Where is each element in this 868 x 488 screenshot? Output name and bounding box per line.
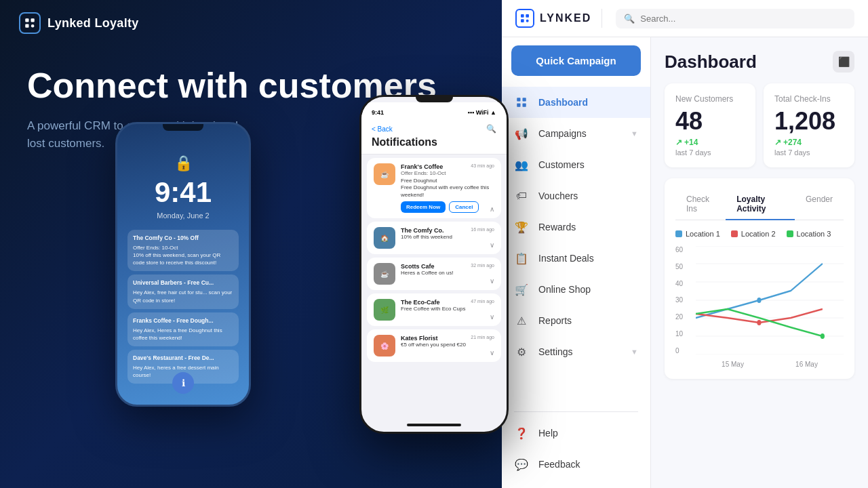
sidebar-label-reports: Reports	[538, 315, 638, 326]
left-brand-name: Lynked Loyalty	[47, 16, 139, 30]
trophy-icon: 🏆	[514, 220, 529, 235]
back-button[interactable]: < Back	[372, 125, 393, 133]
chevron-down-icon: ▼	[631, 129, 638, 138]
redeem-button[interactable]: Redeem Now	[401, 201, 446, 213]
svg-point-20	[757, 320, 761, 325]
sidebar-item-customers[interactable]: 👥 Customers	[502, 149, 650, 180]
sidebar-item-vouchers[interactable]: 🏷 Vouchers	[502, 180, 650, 211]
stat-value-new-customers: 48	[675, 109, 745, 134]
sidebar-item-campaigns[interactable]: 📢 Campaigns ▼	[502, 118, 650, 149]
expand-icon-scotts[interactable]: ∨	[490, 277, 494, 285]
people-icon: 👥	[514, 157, 529, 172]
sidebar-label-customers: Customers	[538, 159, 638, 170]
notif-desc-comfy: 10% off this weekend	[401, 234, 494, 241]
search-bar[interactable]: 🔍	[616, 9, 854, 28]
document-icon: 📋	[514, 251, 529, 266]
question-icon: ❓	[514, 426, 529, 441]
sidebar-item-online-shop[interactable]: 🛒 Online Shop	[502, 274, 650, 305]
notif-avatar-franks: ☕	[374, 163, 395, 185]
back-notif-3: Franks Coffee - Free Dough... Hey Alex, …	[127, 312, 239, 346]
stat-value-checkins: 1,208	[774, 109, 844, 134]
search-icon: 🔍	[624, 14, 635, 24]
expand-icon-kates[interactable]: ∨	[490, 349, 494, 357]
stat-card-checkins: Total Check-Ins 1,208 ↗ +274 last 7 days	[764, 83, 854, 167]
phone-back-notifications: The Comfy Co - 10% Off Offer Ends: 10-Oc…	[127, 230, 239, 384]
svg-rect-4	[521, 14, 524, 18]
sidebar-item-dashboard[interactable]: Dashboard	[502, 87, 650, 118]
dashboard-title: Dashboard	[665, 52, 757, 73]
phone-back-date: Monday, June 2	[127, 211, 239, 220]
notif-item-comfy: 🏠 The Comfy Co. 10% off this weekend 16 …	[367, 222, 501, 254]
phone-front-status: 9:41 ▪▪▪ WiFi ▲	[361, 102, 507, 120]
cancel-button[interactable]: Cancel	[449, 201, 479, 213]
back-notif-title-4: Dave's Restaurant - Free De...	[133, 354, 233, 363]
sidebar-label-dashboard: Dashboard	[538, 97, 638, 108]
phone-back-home-button: ℹ	[172, 372, 194, 394]
sidebar-item-settings[interactable]: ⚙ Settings ▼	[502, 336, 650, 367]
megaphone-icon: 📢	[514, 126, 529, 141]
sidebar-label-rewards: Rewards	[538, 222, 638, 232]
status-icons: ▪▪▪ WiFi ▲	[468, 109, 496, 116]
trend-up-icon: ↗	[675, 138, 682, 147]
legend-location2: Location 2	[731, 230, 776, 238]
nav-logo-box	[515, 9, 534, 28]
tab-loyalty-activity[interactable]: Loyalty Activity	[726, 189, 795, 220]
svg-rect-10	[517, 104, 520, 107]
back-notif-title-2: Universal Barbers - Free Cu...	[133, 279, 233, 287]
notif-avatar-comfy: 🏠	[374, 227, 395, 249]
chart-y-labels: 60 50 40 30 20 10 0	[675, 246, 683, 354]
stat-change-checkins: ↗ +274	[774, 138, 844, 147]
svg-point-3	[31, 24, 35, 28]
chart-area: 60 50 40 30 20 10 0	[675, 246, 844, 368]
sidebar-item-help[interactable]: ❓ Help	[502, 418, 650, 449]
y-label-20: 20	[675, 313, 683, 321]
sidebar-item-feedback[interactable]: 💬 Feedback	[502, 449, 650, 480]
stat-change-new-customers: ↗ +14	[675, 138, 745, 147]
notif-time-comfy: 16 min ago	[471, 227, 494, 232]
y-label-60: 60	[675, 246, 683, 253]
sidebar-label-help: Help	[538, 428, 638, 439]
tab-checkins[interactable]: Check Ins	[675, 189, 726, 220]
notif-content-franks: Frank's Coffee Offer Ends: 10-Oct Free D…	[401, 163, 494, 213]
x-label-15may: 15 May	[722, 361, 744, 368]
stat-period-new-customers: last 7 days	[675, 148, 745, 157]
phone-front-home-bar	[407, 424, 461, 426]
sidebar-item-instant-deals[interactable]: 📋 Instant Deals	[502, 243, 650, 274]
chart-x-labels: 15 May 16 May	[696, 361, 844, 368]
notif-avatar-eco: 🌿	[374, 299, 395, 321]
y-label-0: 0	[675, 347, 683, 354]
dashboard-export-icon[interactable]: ⬛	[833, 51, 854, 73]
sidebar-item-reports[interactable]: ⚠ Reports	[502, 305, 650, 336]
back-notif-desc-3: Hey Alex, Heres a free Doughnut this cof…	[133, 327, 233, 342]
dashboard-header: Dashboard ⬛	[665, 51, 854, 73]
sidebar-label-feedback: Feedback	[538, 459, 638, 470]
dashboard-content: Dashboard ⬛ New Customers 48 ↗ +14 last …	[651, 37, 868, 488]
left-section: Lynked Loyalty Connect with customers A …	[0, 0, 502, 488]
stat-card-new-customers: New Customers 48 ↗ +14 last 7 days	[665, 83, 755, 167]
chevron-down-icon-settings: ▼	[631, 348, 638, 356]
notifications-title: Notifications	[372, 136, 496, 148]
expand-icon-franks[interactable]: ∧	[490, 205, 494, 213]
stat-period-checkins: last 7 days	[774, 148, 844, 157]
expand-icon-eco[interactable]: ∨	[490, 313, 494, 321]
search-input[interactable]	[640, 14, 846, 24]
notif-desc-franks: Free DoughnutFree Doughnut with every co…	[401, 178, 494, 199]
expand-icon-comfy[interactable]: ∨	[490, 241, 494, 249]
tab-gender[interactable]: Gender	[795, 189, 844, 220]
phone-front-nav: < Back 🔍	[372, 124, 496, 134]
back-notif-1: The Comfy Co - 10% Off Offer Ends: 10-Oc…	[127, 230, 239, 271]
sidebar-item-rewards[interactable]: 🏆 Rewards	[502, 211, 650, 243]
phone-back-notch	[163, 124, 203, 131]
lock-icon: 🔒	[127, 155, 239, 172]
search-icon[interactable]: 🔍	[486, 124, 496, 134]
back-notif-desc-2: Hey Alex, free hair cut for stu... scan …	[133, 289, 233, 304]
top-nav: LYNKED 🔍	[502, 0, 868, 37]
phones-container: 🔒 9:41 Monday, June 2 The Comfy Co - 10%…	[115, 95, 509, 488]
quick-campaign-button[interactable]: Quick Campaign	[511, 45, 641, 76]
svg-rect-5	[526, 14, 529, 18]
stat-label-new-customers: New Customers	[675, 94, 745, 104]
tag-icon: 🏷	[514, 188, 529, 203]
svg-rect-8	[517, 98, 520, 101]
phone-front-list: ☕ Frank's Coffee Offer Ends: 10-Oct Free…	[361, 155, 507, 434]
sidebar-label-online-shop: Online Shop	[538, 284, 638, 295]
